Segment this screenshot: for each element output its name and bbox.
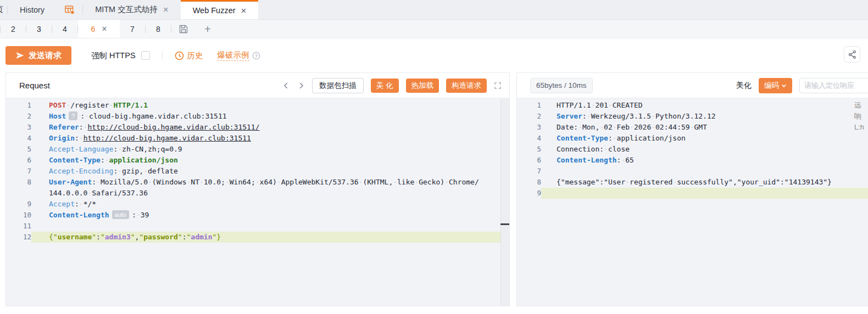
save-tabs-button[interactable]: [171, 20, 196, 38]
request-pane: Request 数据包扫描 美 化 热加载 构造请求 1POST·/: [5, 72, 510, 306]
request-title: Request: [19, 81, 50, 90]
svg-text:?: ?: [255, 53, 258, 58]
response-edge-notes: 远 响 L:h: [854, 100, 868, 133]
encode-dropdown-button[interactable]: 编码: [759, 78, 792, 93]
response-editor[interactable]: 1HTTP/1.1·201·CREATED2Server:·Werkzeug/3…: [517, 99, 868, 306]
code-line: 8User-Agent:·Mozilla/5.0·(Windows·NT·10.…: [6, 177, 509, 188]
clock-icon: [175, 51, 184, 60]
question-circle-icon: ?: [252, 52, 260, 60]
code-line: 1HTTP/1.1·201·CREATED: [517, 100, 868, 111]
code-line: 8{"message":"User·registered·successfull…: [517, 177, 868, 188]
blast-example-link[interactable]: 爆破示例: [218, 50, 249, 61]
code-line: 1POST·/register·HTTP/1.1: [6, 100, 509, 111]
code-line: 9Accept:·*/*: [6, 199, 509, 210]
response-stats-badge: 65bytes / 10ms: [530, 78, 593, 93]
request-editor-scrollbar[interactable]: [500, 99, 509, 306]
beautify-button[interactable]: 美 化: [371, 78, 399, 93]
overview-ruler-marker: [500, 223, 509, 225]
code-line: 4Origin:·http://cloud-big.hgame.vidar.cl…: [6, 133, 509, 144]
fuzzer-tab-7[interactable]: 7: [120, 20, 145, 38]
chevron-right-icon[interactable]: [297, 82, 305, 89]
close-icon[interactable]: ×: [163, 5, 169, 14]
add-fuzzer-tab-button[interactable]: +: [196, 20, 220, 38]
tab-home-partial[interactable]: 页: [0, 0, 7, 19]
fuzzer-tab-4[interactable]: 4: [52, 20, 77, 38]
yakit-webfuzzer-screen: 页 History MITM 交互式劫持 × Web Fuzzer × 2 3: [0, 0, 868, 314]
tab-history[interactable]: History: [8, 0, 57, 19]
send-request-button[interactable]: 发送请求: [5, 46, 71, 65]
floppy-disk-icon: [179, 24, 188, 34]
paper-plane-icon: [15, 51, 24, 60]
force-https-checkbox[interactable]: [141, 51, 150, 60]
construct-request-button[interactable]: 构造请求: [446, 78, 487, 93]
response-pane: 65bytes / 10ms 美化 编码 1HTTP/1.1·201·CREAT…: [516, 72, 868, 306]
code-line: 5Connection:·close: [517, 144, 868, 155]
history-button[interactable]: 历史: [175, 51, 203, 61]
code-line: 3Date:·Mon,·02·Feb·2026·02:44:59·GMT: [517, 122, 868, 133]
code-line: 144.0.0.0·Safari/537.36: [6, 188, 509, 199]
code-line: 7: [517, 166, 868, 177]
fuzzer-tab-6-active[interactable]: 6 ×: [78, 20, 120, 38]
fuzzer-tab-8[interactable]: 8: [146, 20, 171, 38]
main-tab-bar: 页 History MITM 交互式劫持 × Web Fuzzer ×: [0, 0, 868, 20]
code-line: 5Accept-Language:·zh-CN,zh;q=0.9: [6, 144, 509, 155]
code-line: 7Accept-Encoding:·gzip,·deflate: [6, 166, 509, 177]
close-icon[interactable]: ×: [241, 6, 247, 15]
share-icon: [848, 50, 857, 59]
code-line: 6Content-Type:·application/json: [6, 155, 509, 166]
toolbar-divider: [162, 51, 163, 60]
expand-icon[interactable]: [494, 82, 502, 89]
share-button[interactable]: [844, 46, 860, 63]
code-line: 2Host?:·cloud-big.hgame.vidar.club:31511: [6, 111, 509, 122]
fuzzer-tab-3[interactable]: 3: [26, 20, 52, 38]
tab-table-icon-button[interactable]: [57, 0, 82, 19]
code-line: 3Referer:·http://cloud-big.hgame.vidar.c…: [6, 122, 509, 133]
fuzzer-toolbar: 发送请求 强制 HTTPS 历史 爆破示例 ?: [0, 38, 868, 72]
request-pane-header: Request 数据包扫描 美 化 热加载 构造请求: [6, 73, 509, 98]
tab-mitm[interactable]: MITM 交互式劫持 ×: [83, 0, 181, 19]
table-grid-icon: [64, 4, 75, 15]
locate-response-input[interactable]: [799, 78, 868, 93]
hot-reload-button[interactable]: 热加载: [406, 78, 439, 93]
code-line: 11: [6, 221, 509, 232]
fuzzer-tab-2[interactable]: 2: [1, 20, 26, 38]
response-beautify-button[interactable]: 美化: [736, 81, 752, 91]
tab-web-fuzzer[interactable]: Web Fuzzer ×: [181, 0, 259, 19]
request-editor[interactable]: 1POST·/register·HTTP/1.12Host?:·cloud-bi…: [6, 99, 509, 306]
code-line: 6Content-Length:·65: [517, 155, 868, 166]
packet-scan-button[interactable]: 数据包扫描: [312, 78, 364, 93]
code-line: 12{"username":"admin3","password":"admin…: [6, 232, 509, 243]
code-line: 10Content-Lengthauto:·39: [6, 210, 509, 221]
code-line: 4Content-Type:·application/json: [517, 133, 868, 144]
response-pane-header: 65bytes / 10ms 美化 编码: [517, 73, 868, 98]
fuzzer-sequence-tab-bar: 2 3 4 6 × 7 8 +: [0, 20, 868, 38]
code-line: 9: [517, 188, 868, 199]
chevron-down-icon: [781, 83, 787, 88]
force-https-label: 强制 HTTPS: [91, 51, 150, 61]
chevron-left-icon[interactable]: [282, 82, 290, 89]
code-line: 2Server:·Werkzeug/3.1.5·Python/3.12.12: [517, 111, 868, 122]
close-icon[interactable]: ×: [102, 25, 107, 33]
